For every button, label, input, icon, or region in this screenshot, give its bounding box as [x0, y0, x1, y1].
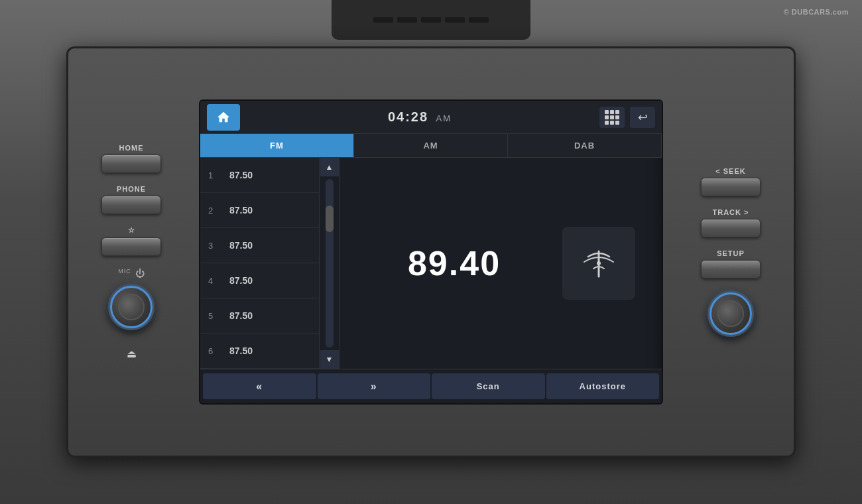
time-value: 04:28 [388, 109, 428, 124]
vent-slot [445, 17, 465, 23]
preset-row-6[interactable]: 6 87.50 [200, 334, 319, 369]
setup-control: SETUP [701, 249, 761, 279]
svg-point-1 [597, 261, 601, 265]
time-period: AM [436, 113, 452, 123]
right-knob-container [708, 290, 754, 337]
phone-button[interactable] [101, 196, 161, 214]
scroll-track [326, 179, 334, 347]
preset-row-1[interactable]: 1 87.50 [200, 158, 319, 193]
left-knob-container: MIC ⏻ [108, 268, 154, 330]
head-unit: HOME PHONE ☆ MIC ⏻ [66, 46, 796, 458]
preset-row-5[interactable]: 5 87.50 [200, 298, 319, 334]
car-panel: © DUBCARS.com HOME PHONE ☆ [0, 0, 862, 504]
grid-icon [605, 110, 619, 125]
current-frequency: 89.40 [408, 243, 501, 283]
watermark: © DUBCARS.com [784, 8, 849, 16]
screen-home-button[interactable] [207, 104, 240, 131]
knob-ring [110, 286, 153, 328]
mic-power-row: MIC ⏻ [118, 268, 145, 279]
left-controls: HOME PHONE ☆ MIC ⏻ [88, 144, 174, 360]
preset-freq-4: 87.50 [229, 275, 253, 286]
preset-row-2[interactable]: 2 87.50 [200, 193, 319, 228]
top-vent [332, 0, 530, 40]
prev-button[interactable]: « [203, 373, 316, 399]
tune-knob-ring [709, 292, 752, 335]
infotainment-screen: 04:28 AM ↩ FM AM [199, 99, 663, 405]
scroll-down-button[interactable]: ▼ [320, 350, 339, 369]
preset-num-4: 4 [208, 276, 221, 286]
antenna-icon [579, 243, 619, 283]
eject-control: ⏏ [127, 347, 137, 360]
seek-button[interactable] [701, 178, 761, 196]
tab-fm[interactable]: FM [200, 134, 354, 157]
frequency-display: 89.40 [353, 243, 556, 283]
home-control: HOME [101, 144, 161, 173]
favorites-control: ☆ [101, 226, 161, 256]
mic-label: MIC [118, 268, 131, 279]
track-label: TRACK > [713, 208, 749, 216]
right-controls: < SEEK TRACK > SETUP [688, 167, 774, 337]
tune-knob[interactable] [708, 290, 754, 337]
preset-freq-2: 87.50 [229, 205, 253, 216]
favorites-button[interactable] [101, 237, 161, 256]
home-icon [216, 110, 231, 125]
scroll-bar: ▲ ▼ [320, 158, 339, 369]
header-icons: ↩ [599, 107, 655, 128]
preset-num-3: 3 [208, 241, 221, 251]
volume-knob[interactable] [108, 284, 154, 330]
next-button[interactable]: » [318, 373, 431, 399]
main-display-area: 89.40 [339, 158, 662, 369]
preset-num-2: 2 [208, 206, 221, 216]
seek-label: < SEEK [715, 167, 745, 175]
presets-panel: 1 87.50 2 87.50 3 87.50 4 87.50 [200, 158, 320, 369]
bottom-buttons: « » Scan Autostore [200, 369, 662, 403]
screen-header: 04:28 AM ↩ [200, 101, 662, 134]
preset-freq-6: 87.50 [229, 346, 253, 356]
back-button[interactable]: ↩ [630, 107, 655, 128]
vent-slot [373, 17, 393, 23]
time-display: 04:28 AM [240, 109, 599, 125]
tab-am[interactable]: AM [354, 134, 508, 157]
grid-view-button[interactable] [599, 107, 625, 128]
track-control: TRACK > [701, 208, 761, 237]
phone-label: PHONE [117, 185, 146, 193]
preset-freq-1: 87.50 [229, 170, 253, 180]
preset-row-4[interactable]: 4 87.50 [200, 263, 319, 298]
preset-row-3[interactable]: 3 87.50 [200, 228, 319, 263]
home-label: HOME [119, 144, 144, 152]
preset-num-6: 6 [208, 346, 221, 356]
tab-dab[interactable]: DAB [508, 134, 662, 157]
vent-slot [397, 17, 417, 23]
scroll-thumb [326, 206, 334, 232]
preset-freq-5: 87.50 [229, 310, 253, 321]
seek-control: < SEEK [701, 167, 761, 196]
radio-icon-box [562, 227, 635, 300]
vent-slot [421, 17, 441, 23]
track-button[interactable] [701, 219, 761, 237]
phone-control: PHONE [101, 185, 161, 214]
preset-freq-3: 87.50 [229, 240, 253, 251]
autostore-button[interactable]: Autostore [546, 373, 660, 399]
preset-num-1: 1 [208, 170, 221, 180]
tab-bar: FM AM DAB [200, 134, 662, 158]
setup-label: SETUP [717, 249, 745, 257]
radio-icon-panel [556, 227, 648, 300]
setup-button[interactable] [701, 260, 761, 279]
power-icon: ⏻ [135, 268, 145, 279]
eject-icon[interactable]: ⏏ [127, 348, 137, 359]
screen-content: 1 87.50 2 87.50 3 87.50 4 87.50 [200, 158, 662, 369]
scan-button[interactable]: Scan [432, 373, 545, 399]
home-button[interactable] [101, 155, 161, 173]
preset-num-5: 5 [208, 311, 221, 321]
vent-slot [469, 17, 489, 23]
scroll-up-button[interactable]: ▲ [320, 158, 339, 176]
favorites-label: ☆ [128, 226, 135, 235]
